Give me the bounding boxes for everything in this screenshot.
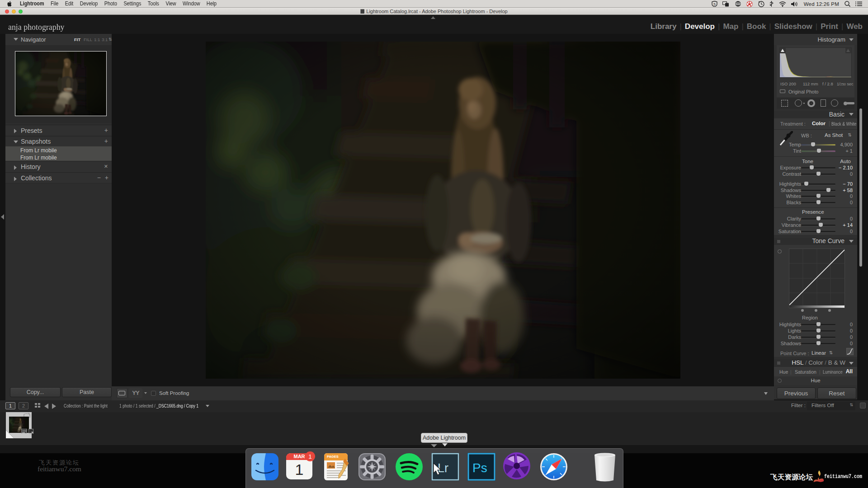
svg-text:MAR: MAR: [293, 454, 305, 459]
svg-text:1: 1: [295, 461, 304, 478]
svg-text:5: 5: [713, 2, 716, 6]
svg-text:1: 1: [308, 453, 312, 460]
svg-text:PAGES: PAGES: [327, 455, 339, 459]
svg-text:Ps: Ps: [472, 461, 487, 475]
